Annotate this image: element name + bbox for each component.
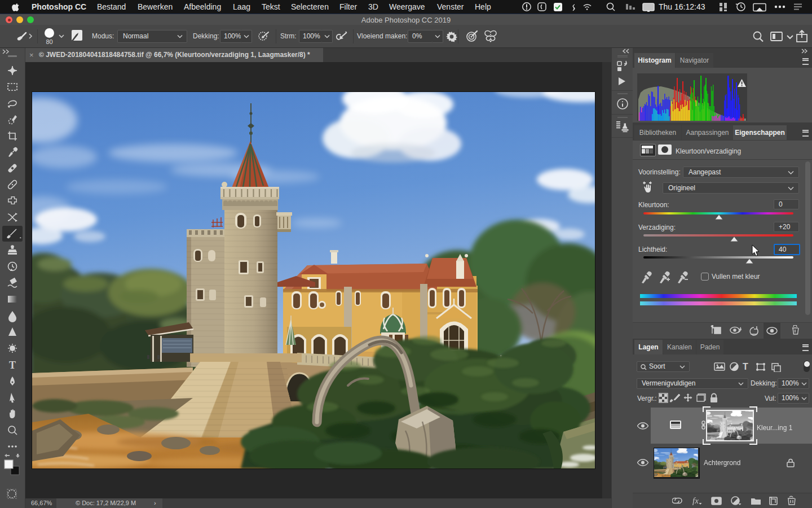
svg-text:T: T [743,362,748,371]
svg-text:Thu 16:12:43: Thu 16:12:43 [659,2,705,11]
svg-text:T: T [9,360,16,371]
svg-text:fx: fx [692,496,699,505]
